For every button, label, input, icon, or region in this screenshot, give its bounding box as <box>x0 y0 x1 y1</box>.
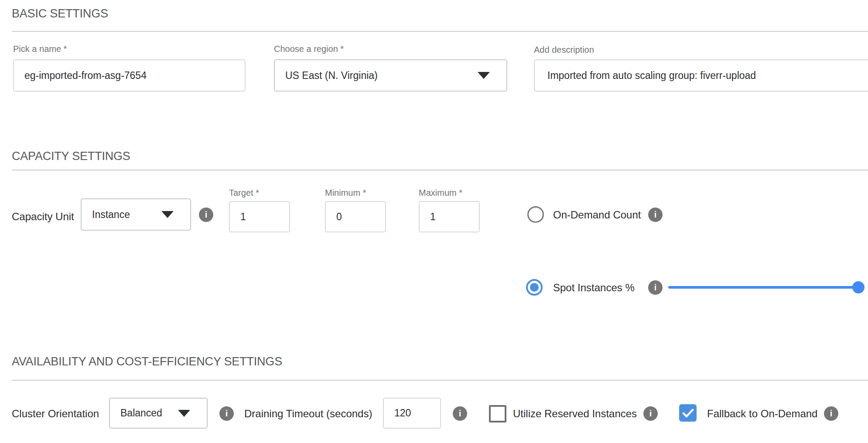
cluster-orientation-dropdown[interactable]: Balanced <box>109 398 208 429</box>
description-field-label: Add description <box>534 45 594 55</box>
capacity-settings-title: CAPACITY SETTINGS <box>12 150 130 163</box>
caret-down-icon <box>478 72 490 79</box>
fallback-to-on-demand-info-icon[interactable]: i <box>824 406 838 421</box>
spot-instances-info-icon[interactable]: i <box>648 280 663 295</box>
cluster-orientation-value: Balanced <box>120 407 162 419</box>
availability-settings-title: AVAILABILITY AND COST-EFFICIENCY SETTING… <box>12 355 282 368</box>
section-divider <box>12 380 868 381</box>
fallback-to-on-demand-label: Fallback to On-Demand <box>707 408 817 420</box>
region-dropdown[interactable]: US East (N. Virginia) <box>274 59 507 92</box>
spot-instances-label: Spot Instances % <box>553 282 635 294</box>
basic-settings-title: BASIC SETTINGS <box>12 7 108 20</box>
name-field-label: Pick a name * <box>13 44 67 54</box>
on-demand-count-label: On-Demand Count <box>553 209 641 221</box>
section-divider <box>12 31 868 32</box>
settings-page: BASIC SETTINGS Pick a name * Choose a re… <box>0 0 868 443</box>
draining-timeout-label: Draining Timeout (seconds) <box>244 408 372 420</box>
caret-down-icon <box>178 410 190 417</box>
capacity-unit-dropdown[interactable]: Instance <box>81 198 191 231</box>
name-input[interactable] <box>13 59 246 92</box>
maximum-input[interactable] <box>419 201 480 232</box>
maximum-field-label: Maximum * <box>419 188 462 198</box>
capacity-unit-value: Instance <box>92 209 130 221</box>
capacity-unit-info-icon[interactable]: i <box>199 208 213 222</box>
description-input[interactable] <box>534 59 868 92</box>
cluster-orientation-label: Cluster Orientation <box>12 408 99 420</box>
region-field-label: Choose a region * <box>274 44 344 54</box>
target-input[interactable] <box>229 201 290 232</box>
checkmark-icon <box>682 409 694 418</box>
utilize-reserved-instances-info-icon[interactable]: i <box>643 406 658 421</box>
spot-percentage-slider-thumb[interactable] <box>852 281 865 293</box>
draining-timeout-info-icon[interactable]: i <box>453 406 467 421</box>
section-divider <box>12 170 868 170</box>
spot-percentage-slider-track[interactable] <box>668 286 858 289</box>
region-dropdown-value: US East (N. Virginia) <box>285 70 378 82</box>
utilize-reserved-instances-label: Utilize Reserved Instances <box>513 408 637 420</box>
minimum-field-label: Minimum * <box>325 188 366 198</box>
target-field-label: Target * <box>229 188 259 198</box>
on-demand-count-radio[interactable] <box>527 206 544 223</box>
fallback-to-on-demand-checkbox[interactable] <box>679 404 697 422</box>
cluster-orientation-info-icon[interactable]: i <box>219 406 234 421</box>
capacity-unit-label: Capacity Unit <box>12 211 74 223</box>
spot-instances-radio[interactable] <box>526 279 543 296</box>
on-demand-count-info-icon[interactable]: i <box>648 208 663 222</box>
utilize-reserved-instances-checkbox[interactable] <box>489 405 506 423</box>
caret-down-icon <box>161 211 174 218</box>
minimum-input[interactable] <box>325 201 386 232</box>
radio-inner-dot <box>530 283 539 292</box>
draining-timeout-input[interactable] <box>383 398 441 429</box>
